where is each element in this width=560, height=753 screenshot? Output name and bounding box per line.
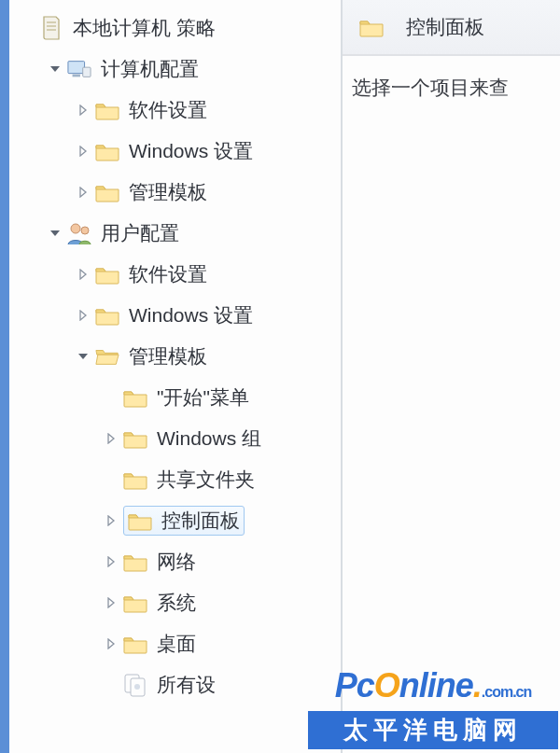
expander-closed-icon[interactable] xyxy=(103,553,119,570)
details-body: 选择一个项目来查 xyxy=(343,56,560,119)
tree-control-panel[interactable]: 控制面板 xyxy=(103,500,341,541)
details-hint: 选择一个项目来查 xyxy=(352,77,509,98)
tree-pane: ▸ 本地计算机 策略 xyxy=(9,0,343,753)
folder-icon xyxy=(123,591,147,615)
tree-computer-config[interactable]: 计算机配置 xyxy=(47,49,341,90)
folder-icon xyxy=(95,262,119,286)
tree-item-label: 本地计算机 策略 xyxy=(73,15,216,41)
tree-item-label: 管理模板 xyxy=(129,343,207,370)
folder-icon xyxy=(123,426,147,451)
tree-user-admin-templates[interactable]: 管理模板 xyxy=(75,336,341,377)
expander-closed-icon[interactable] xyxy=(75,307,91,324)
folder-icon xyxy=(123,632,147,656)
svg-rect-0 xyxy=(68,62,85,74)
tree-user-windows[interactable]: Windows 设置 xyxy=(75,295,341,336)
tree-user-config[interactable]: 用户配置 xyxy=(47,213,341,254)
details-pane: 控制面板 选择一个项目来查 xyxy=(343,0,560,753)
tree-item-label: Windows 设置 xyxy=(129,138,253,164)
expander-closed-icon[interactable] xyxy=(103,430,119,447)
tree-comp-windows[interactable]: Windows 设置 xyxy=(75,131,341,172)
tree-network[interactable]: 网络 xyxy=(103,541,341,582)
expander-closed-icon[interactable] xyxy=(75,184,91,201)
tree-desktop[interactable]: 桌面 xyxy=(103,623,341,664)
tree-item-label: 桌面 xyxy=(157,631,196,657)
expander-open-icon[interactable] xyxy=(47,61,63,77)
tree-comp-software[interactable]: 软件设置 xyxy=(75,90,341,131)
folder-icon xyxy=(128,509,152,533)
tree-item-label: 软件设置 xyxy=(129,97,207,123)
tree-root-local-policy[interactable]: ▸ 本地计算机 策略 xyxy=(19,7,341,49)
tree-start-menu[interactable]: ▸ "开始"菜单 xyxy=(103,377,341,418)
tree-item-label: 用户配置 xyxy=(101,220,179,246)
details-title: 控制面板 xyxy=(406,14,484,40)
folder-icon xyxy=(123,467,147,492)
tree-comp-admin-templates[interactable]: 管理模板 xyxy=(75,172,341,213)
window-frame: ▸ 本地计算机 策略 xyxy=(0,0,560,753)
expander-closed-icon[interactable] xyxy=(75,266,91,283)
folder-icon xyxy=(95,180,119,204)
expander-closed-icon[interactable] xyxy=(103,635,119,652)
tree-item-label: 计算机配置 xyxy=(101,56,199,82)
tree-item-label: Windows 组 xyxy=(157,425,261,452)
tree-user-software[interactable]: 软件设置 xyxy=(75,254,341,295)
expander-closed-icon[interactable] xyxy=(103,594,119,611)
tree-all-settings[interactable]: ▸ 所有设 xyxy=(103,664,341,705)
svg-point-7 xyxy=(134,684,140,690)
tree-item-label: Windows 设置 xyxy=(129,302,253,328)
details-header: 控制面板 xyxy=(343,0,560,56)
folder-icon xyxy=(95,303,119,328)
tree-item-label: 共享文件夹 xyxy=(157,467,255,493)
tree-item-label: 管理模板 xyxy=(129,179,207,205)
svg-point-3 xyxy=(71,224,80,233)
svg-rect-1 xyxy=(73,75,80,77)
tree-system[interactable]: 系统 xyxy=(103,582,341,623)
tree-item-label: 系统 xyxy=(157,590,196,616)
folder-icon xyxy=(95,98,119,122)
tree-item-label: 所有设 xyxy=(157,672,216,698)
all-settings-icon xyxy=(123,673,147,697)
tree-item-label: 控制面板 xyxy=(161,508,240,534)
expander-open-icon[interactable] xyxy=(75,348,91,365)
folder-icon xyxy=(123,550,147,574)
folder-icon xyxy=(359,15,384,39)
svg-rect-2 xyxy=(83,67,91,77)
expander-closed-icon[interactable] xyxy=(75,102,91,119)
folder-icon xyxy=(123,385,147,410)
svg-point-4 xyxy=(81,227,89,234)
folder-icon xyxy=(95,139,119,163)
tree-item-label: 软件设置 xyxy=(129,261,207,287)
folder-open-icon xyxy=(95,344,119,369)
tree-shared-folders[interactable]: ▸ 共享文件夹 xyxy=(103,459,341,500)
expander-closed-icon[interactable] xyxy=(103,512,119,529)
policy-scroll-icon xyxy=(39,16,63,40)
tree-item-label: "开始"菜单 xyxy=(157,384,249,411)
tree-windows-components[interactable]: Windows 组 xyxy=(103,418,341,459)
expander-closed-icon[interactable] xyxy=(75,143,91,160)
user-icon xyxy=(67,221,91,245)
expander-open-icon[interactable] xyxy=(47,225,63,242)
tree-item-label: 网络 xyxy=(157,549,196,575)
computer-icon xyxy=(67,57,91,81)
